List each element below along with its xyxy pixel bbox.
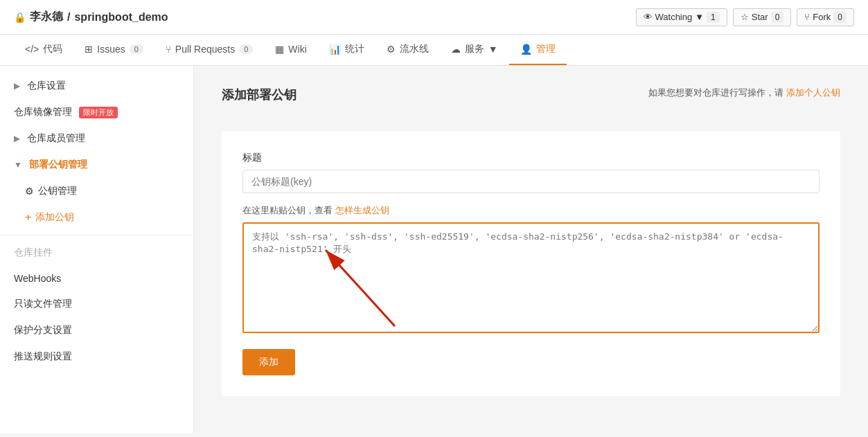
code-icon: </> bbox=[25, 44, 39, 55]
sidebar-item-push-rules-label: 推送规则设置 bbox=[14, 350, 72, 363]
sidebar-item-readonly-files[interactable]: 只读文件管理 bbox=[0, 291, 193, 317]
sidebar-item-repo-members-label: 仓库成员管理 bbox=[27, 132, 85, 145]
manage-icon: 👤 bbox=[520, 44, 532, 55]
issues-icon: ⊞ bbox=[85, 44, 93, 55]
repo-name: springboot_demo bbox=[74, 11, 168, 24]
sidebar: ▶ 仓库设置 仓库镜像管理 限时开放 ▶ 仓库成员管理 ▼ 部署公钥管理 ⚙ 公… bbox=[0, 66, 194, 434]
tab-issues[interactable]: ⊞ Issues 0 bbox=[73, 35, 154, 65]
services-dropdown-icon: ▼ bbox=[488, 44, 498, 55]
repo-title: 🔒 李永德 / springboot_demo bbox=[14, 10, 168, 24]
top-hint-link[interactable]: 添加个人公钥 bbox=[786, 87, 840, 98]
nav-tabs: </> 代码 ⊞ Issues 0 ⑂ Pull Requests 0 ▦ Wi… bbox=[0, 35, 868, 66]
issues-badge: 0 bbox=[130, 44, 143, 54]
sidebar-item-repo-settings-label: 仓库设置 bbox=[27, 80, 66, 92]
sidebar-item-add-key[interactable]: + 添加公钥 bbox=[0, 204, 193, 231]
sidebar-item-deploy-key-manage[interactable]: ▼ 部署公钥管理 bbox=[0, 152, 193, 178]
tab-issues-label: Issues bbox=[97, 44, 125, 55]
sidebar-item-repo-hooks: 仓库挂件 bbox=[0, 240, 193, 266]
key-hint: 在这里粘贴公钥，查看 怎样生成公钥 bbox=[242, 204, 820, 217]
wiki-icon: ▦ bbox=[275, 44, 284, 55]
tab-pr-label: Pull Requests bbox=[175, 44, 235, 55]
fork-icon: ⑂ bbox=[804, 12, 810, 22]
tab-stats-label: 统计 bbox=[345, 43, 364, 55]
lock-icon: 🔒 bbox=[14, 12, 26, 23]
page-layout: ▶ 仓库设置 仓库镜像管理 限时开放 ▶ 仓库成员管理 ▼ 部署公钥管理 ⚙ 公… bbox=[0, 66, 868, 434]
gear-icon: ⚙ bbox=[25, 186, 34, 197]
key-textarea[interactable] bbox=[242, 222, 820, 333]
tab-wiki[interactable]: ▦ Wiki bbox=[264, 35, 317, 65]
plus-icon: + bbox=[25, 211, 31, 224]
separator: / bbox=[67, 11, 70, 24]
services-icon: ☁ bbox=[451, 44, 461, 55]
form-section: 标题 在这里粘贴公钥，查看 怎样生成公钥 添加 bbox=[222, 131, 840, 396]
pr-icon: ⑂ bbox=[166, 44, 171, 55]
pipeline-icon: ⚙ bbox=[387, 44, 396, 55]
header: 🔒 李永德 / springboot_demo 👁 Watching ▼ 1 ☆… bbox=[0, 0, 868, 35]
mirror-badge: 限时开放 bbox=[79, 107, 118, 118]
header-actions: 👁 Watching ▼ 1 ☆ Star 0 ⑂ Fork 0 bbox=[636, 8, 855, 26]
submit-button[interactable]: 添加 bbox=[242, 349, 295, 375]
tab-stats[interactable]: 📊 统计 bbox=[318, 35, 375, 65]
sidebar-item-repo-settings[interactable]: ▶ 仓库设置 bbox=[0, 73, 193, 99]
sidebar-separator bbox=[0, 235, 193, 235]
top-hint-text: 如果您想要对仓库进行写操作，请 bbox=[648, 87, 783, 98]
star-icon: ☆ bbox=[741, 12, 749, 22]
key-hint-link[interactable]: 怎样生成公钥 bbox=[335, 205, 389, 215]
watching-button[interactable]: 👁 Watching ▼ 1 bbox=[636, 8, 727, 26]
fork-count: 0 bbox=[833, 12, 847, 23]
sidebar-item-repo-mirror-label: 仓库镜像管理 bbox=[14, 106, 72, 118]
star-button[interactable]: ☆ Star 0 bbox=[733, 8, 792, 26]
username: 李永德 bbox=[30, 10, 63, 24]
star-label: Star bbox=[752, 12, 768, 22]
pr-badge: 0 bbox=[239, 44, 253, 54]
eye-icon: 👁 bbox=[644, 12, 653, 22]
watching-count: 1 bbox=[707, 12, 720, 23]
title-input[interactable] bbox=[242, 170, 820, 193]
sidebar-item-protect-branch-label: 保护分支设置 bbox=[14, 324, 72, 337]
sidebar-item-readonly-files-label: 只读文件管理 bbox=[14, 298, 72, 310]
fork-button[interactable]: ⑂ Fork 0 bbox=[797, 8, 854, 26]
stats-icon: 📊 bbox=[329, 44, 341, 55]
top-hint: 如果您想要对仓库进行写操作，请 添加个人公钥 bbox=[648, 87, 840, 99]
watching-dropdown-icon: ▼ bbox=[695, 12, 704, 22]
sidebar-item-key-manage[interactable]: ⚙ 公钥管理 bbox=[0, 178, 193, 204]
sidebar-item-webhooks-label: WebHooks bbox=[14, 273, 61, 284]
textarea-wrapper bbox=[242, 222, 820, 335]
tab-code[interactable]: </> 代码 bbox=[14, 35, 73, 65]
tab-services-label: 服务 bbox=[465, 43, 484, 55]
tab-pipeline-label: 流水线 bbox=[400, 43, 429, 55]
page-title: 添加部署公钥 bbox=[222, 87, 296, 103]
sidebar-item-deploy-key-manage-label: 部署公钥管理 bbox=[29, 159, 87, 171]
arrow-icon: ▶ bbox=[14, 134, 20, 143]
tab-wiki-label: Wiki bbox=[288, 44, 306, 55]
tab-services[interactable]: ☁ 服务 ▼ bbox=[440, 35, 509, 65]
title-label: 标题 bbox=[242, 152, 820, 164]
sidebar-item-repo-mirror[interactable]: 仓库镜像管理 限时开放 bbox=[0, 99, 193, 125]
footer: CSDN @一个有梦有戏的人 bbox=[0, 434, 868, 437]
sidebar-item-push-rules[interactable]: 推送规则设置 bbox=[0, 344, 193, 370]
arrow-icon: ▼ bbox=[14, 160, 22, 170]
sidebar-item-repo-hooks-label: 仓库挂件 bbox=[14, 247, 53, 259]
main-content: 添加部署公钥 如果您想要对仓库进行写操作，请 添加个人公钥 标题 在这里粘贴公钥… bbox=[194, 66, 868, 434]
star-count: 0 bbox=[771, 12, 784, 23]
fork-label: Fork bbox=[813, 12, 831, 22]
sidebar-item-repo-members[interactable]: ▶ 仓库成员管理 bbox=[0, 125, 193, 152]
arrow-icon: ▶ bbox=[14, 81, 20, 91]
tab-code-label: 代码 bbox=[43, 43, 62, 55]
watching-label: Watching bbox=[655, 12, 693, 22]
tab-pipeline[interactable]: ⚙ 流水线 bbox=[375, 35, 440, 65]
tab-manage[interactable]: 👤 管理 bbox=[509, 35, 567, 65]
sidebar-item-add-key-label: 添加公钥 bbox=[35, 211, 74, 224]
sidebar-item-protect-branch[interactable]: 保护分支设置 bbox=[0, 317, 193, 344]
key-hint-prefix: 在这里粘贴公钥，查看 bbox=[242, 205, 333, 215]
tab-manage-label: 管理 bbox=[536, 43, 556, 55]
sidebar-item-key-manage-label: 公钥管理 bbox=[38, 185, 77, 197]
tab-pullrequests[interactable]: ⑂ Pull Requests 0 bbox=[154, 35, 265, 65]
sidebar-item-webhooks[interactable]: WebHooks bbox=[0, 266, 193, 291]
